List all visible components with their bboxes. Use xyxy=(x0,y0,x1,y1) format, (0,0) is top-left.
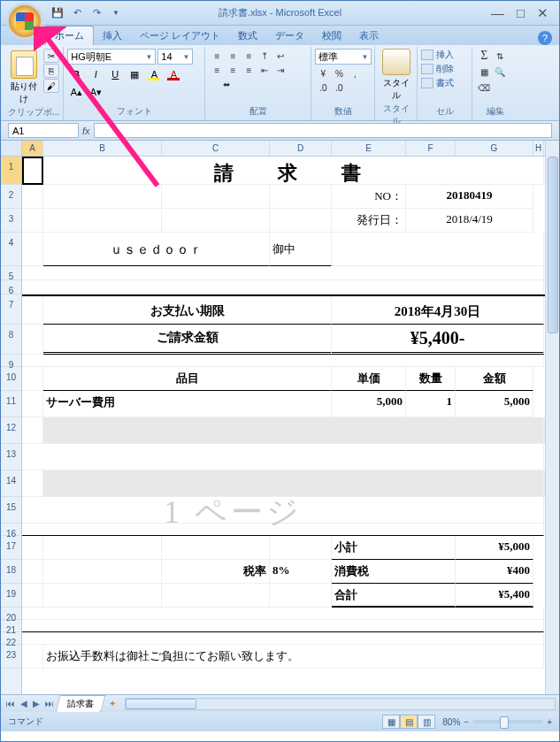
insert-cells-button[interactable]: 挿入 xyxy=(421,49,468,61)
zoom-slider[interactable] xyxy=(472,720,543,723)
horizontal-scrollbar[interactable] xyxy=(125,698,556,710)
align-top-icon[interactable]: ≡ xyxy=(209,49,225,63)
grid[interactable]: A B C D E F G H 請 求 書 NO： 20180419 xyxy=(22,141,559,694)
row-header[interactable]: 23 xyxy=(1,645,21,669)
row-header[interactable]: 6 xyxy=(1,280,21,295)
view-page-layout-icon[interactable]: ▤ xyxy=(400,715,418,729)
cell-styles-icon[interactable] xyxy=(382,49,410,75)
tab-nav-first-icon[interactable]: ⏮ xyxy=(4,699,17,708)
format-cells-button[interactable]: 書式 xyxy=(421,77,468,89)
delete-cells-button[interactable]: 削除 xyxy=(421,63,468,75)
bold-button[interactable]: B xyxy=(67,66,85,82)
cut-icon[interactable]: ✂ xyxy=(43,49,59,63)
row-header[interactable]: 16 xyxy=(1,524,21,536)
col-header[interactable]: G xyxy=(456,141,533,156)
tab-formulas[interactable]: 数式 xyxy=(229,27,266,45)
zoom-in-button[interactable]: + xyxy=(547,717,552,727)
vertical-scrollbar[interactable] xyxy=(545,141,559,694)
office-button[interactable] xyxy=(6,3,43,40)
font-name-combo[interactable]: HG明朝E▼ xyxy=(67,49,156,65)
col-header[interactable]: H xyxy=(533,141,544,156)
tab-nav-last-icon[interactable]: ⏭ xyxy=(43,699,56,708)
tab-page-layout[interactable]: ページ レイアウト xyxy=(131,27,229,45)
zoom-out-button[interactable]: − xyxy=(464,717,469,727)
maximize-button[interactable]: □ xyxy=(517,5,525,21)
sheet-tab[interactable]: 請求書 xyxy=(55,695,105,712)
save-icon[interactable]: 💾 xyxy=(50,6,65,20)
autosum-icon[interactable]: Σ xyxy=(476,49,492,63)
tab-nav-prev-icon[interactable]: ◀ xyxy=(19,699,29,708)
format-painter-icon[interactable]: 🖌 xyxy=(43,79,59,93)
row-header[interactable]: 8 xyxy=(1,325,21,355)
col-header[interactable]: F xyxy=(406,141,456,156)
number-format-combo[interactable]: 標準▼ xyxy=(315,49,372,65)
align-middle-icon[interactable]: ≡ xyxy=(225,49,241,63)
find-icon[interactable]: 🔍 xyxy=(492,65,508,79)
row-header[interactable]: 9 xyxy=(1,355,21,367)
grow-font-icon[interactable]: A▴ xyxy=(67,84,85,100)
view-normal-icon[interactable]: ▦ xyxy=(382,715,400,729)
tab-home[interactable]: ホーム xyxy=(45,26,94,45)
fill-color-button[interactable]: A xyxy=(145,66,163,82)
paste-button[interactable]: 貼り付け xyxy=(8,49,40,105)
row-header[interactable]: 2 xyxy=(1,185,21,209)
col-header[interactable]: C xyxy=(162,141,270,156)
row-header[interactable]: 5 xyxy=(1,266,21,280)
zoom-level[interactable]: 80% xyxy=(442,717,460,727)
italic-button[interactable]: I xyxy=(87,66,104,82)
wrap-text-icon[interactable]: ↩ xyxy=(272,49,288,63)
tab-insert[interactable]: 挿入 xyxy=(94,27,131,45)
orientation-icon[interactable]: ⤒ xyxy=(257,49,272,63)
tab-review[interactable]: 校閲 xyxy=(313,27,350,45)
row-header[interactable]: 4 xyxy=(1,233,21,266)
row-header[interactable]: 20 xyxy=(1,608,21,620)
undo-icon[interactable]: ↶ xyxy=(70,6,84,20)
row-header[interactable]: 11 xyxy=(1,391,21,417)
row-header[interactable]: 13 xyxy=(1,444,21,470)
copy-icon[interactable]: ⎘ xyxy=(43,64,59,78)
merge-cells-icon[interactable]: ⬌ xyxy=(209,77,244,91)
minimize-button[interactable]: — xyxy=(491,5,504,21)
align-bottom-icon[interactable]: ≡ xyxy=(241,49,257,63)
col-header[interactable]: E xyxy=(332,141,406,156)
row-header[interactable]: 14 xyxy=(1,470,21,497)
fx-icon[interactable]: fx xyxy=(82,126,90,136)
sort-icon[interactable]: ⇅ xyxy=(492,49,508,63)
row-header[interactable]: 18 xyxy=(1,560,21,584)
clear-icon[interactable]: ⌫ xyxy=(476,80,492,95)
font-color-button[interactable]: A xyxy=(165,66,182,82)
decrease-decimal-icon[interactable]: .0 xyxy=(331,80,347,95)
underline-button[interactable]: U xyxy=(106,66,124,82)
tab-data[interactable]: データ xyxy=(266,27,313,45)
currency-icon[interactable]: ¥ xyxy=(315,66,331,80)
comma-icon[interactable]: , xyxy=(347,66,363,80)
row-header[interactable]: 10 xyxy=(1,367,21,391)
tab-nav-next-icon[interactable]: ▶ xyxy=(31,699,42,708)
row-header[interactable]: 12 xyxy=(1,417,21,444)
increase-decimal-icon[interactable]: .0 xyxy=(315,80,331,95)
redo-icon[interactable]: ↷ xyxy=(89,6,104,20)
select-all-corner[interactable] xyxy=(1,141,21,157)
formula-bar[interactable] xyxy=(94,123,552,138)
col-header[interactable]: D xyxy=(270,141,332,156)
col-header[interactable]: B xyxy=(43,141,162,156)
row-header[interactable]: 7 xyxy=(1,295,21,325)
fill-icon[interactable]: ▦ xyxy=(476,65,492,79)
qat-dropdown-icon[interactable]: ▼ xyxy=(109,6,123,20)
close-button[interactable]: ✕ xyxy=(537,5,548,21)
help-icon[interactable]: ? xyxy=(538,31,552,45)
indent-inc-icon[interactable]: ⇥ xyxy=(272,63,288,77)
row-header[interactable]: 15 xyxy=(1,497,21,524)
styles-button[interactable]: スタイル xyxy=(379,77,413,102)
row-header[interactable]: 1 xyxy=(1,157,21,185)
row-header[interactable]: 19 xyxy=(1,584,21,608)
row-header[interactable]: 17 xyxy=(1,536,21,560)
view-page-break-icon[interactable]: ▥ xyxy=(418,715,435,729)
row-header[interactable]: 3 xyxy=(1,209,21,233)
scrollbar-thumb[interactable] xyxy=(548,157,558,333)
col-header[interactable]: A xyxy=(22,141,43,156)
align-right-icon[interactable]: ≡ xyxy=(241,63,257,77)
percent-icon[interactable]: % xyxy=(331,66,347,80)
font-size-combo[interactable]: 14▼ xyxy=(157,49,193,65)
name-box[interactable] xyxy=(8,123,79,138)
